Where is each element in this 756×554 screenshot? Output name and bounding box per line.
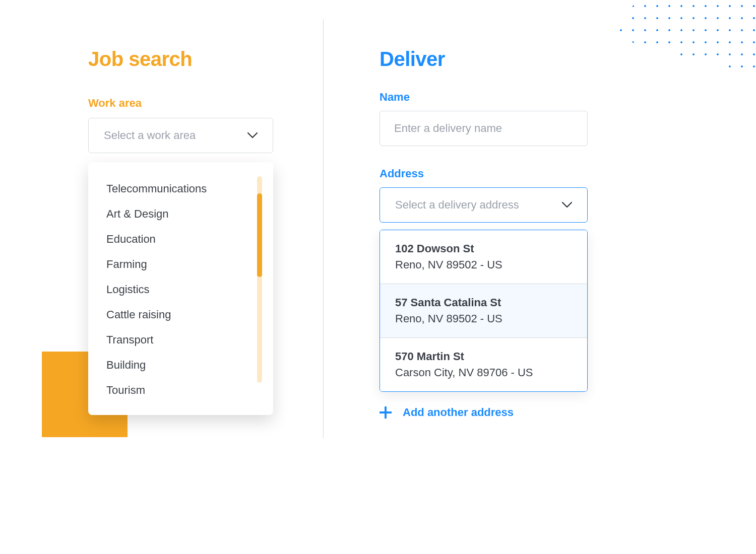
address-option[interactable]: 570 Martin StCarson City, NV 89706 - US bbox=[380, 338, 587, 391]
add-another-address-button[interactable]: Add another address bbox=[380, 406, 675, 419]
work-area-option[interactable]: Art & Design bbox=[106, 201, 255, 227]
work-area-option[interactable]: Transport bbox=[106, 327, 255, 353]
address-line1: 570 Martin St bbox=[395, 350, 572, 363]
address-label: Address bbox=[380, 167, 675, 180]
work-area-select[interactable]: Select a work area bbox=[88, 118, 273, 153]
address-option[interactable]: 102 Dowson StReno, NV 89502 - US bbox=[380, 230, 587, 284]
address-dropdown: 102 Dowson StReno, NV 89502 - US57 Santa… bbox=[380, 230, 588, 392]
delivery-address-placeholder: Select a delivery address bbox=[395, 198, 519, 212]
address-line2: Reno, NV 89502 - US bbox=[395, 312, 572, 325]
work-area-option[interactable]: Telecommunications bbox=[106, 176, 255, 201]
deliver-title: Deliver bbox=[380, 48, 675, 71]
dropdown-scrollbar-track[interactable] bbox=[257, 176, 262, 383]
delivery-name-input[interactable] bbox=[380, 111, 588, 146]
work-area-option[interactable]: Logistics bbox=[106, 277, 255, 302]
deliver-panel: Deliver Name Address Select a delivery a… bbox=[323, 48, 675, 419]
work-area-option[interactable]: Cattle raising bbox=[106, 302, 255, 327]
job-search-panel: Job search Work area Select a work area … bbox=[0, 48, 323, 419]
add-another-address-label: Add another address bbox=[403, 406, 514, 419]
address-option[interactable]: 57 Santa Catalina StReno, NV 89502 - US bbox=[380, 284, 587, 338]
address-line2: Reno, NV 89502 - US bbox=[395, 258, 572, 271]
chevron-down-icon bbox=[247, 132, 258, 138]
address-line2: Carson City, NV 89706 - US bbox=[395, 366, 572, 379]
work-area-option[interactable]: Farming bbox=[106, 252, 255, 277]
work-area-option[interactable]: Building bbox=[106, 353, 255, 378]
chevron-down-icon bbox=[562, 202, 572, 208]
work-area-label: Work area bbox=[88, 97, 323, 110]
work-area-placeholder: Select a work area bbox=[104, 129, 196, 142]
work-area-option[interactable]: Education bbox=[106, 227, 255, 252]
delivery-address-select[interactable]: Select a delivery address bbox=[380, 187, 588, 223]
dropdown-scrollbar-thumb[interactable] bbox=[257, 193, 262, 277]
job-search-title: Job search bbox=[88, 48, 323, 71]
work-area-option[interactable]: Tourism bbox=[106, 378, 255, 403]
work-area-dropdown: TelecommunicationsArt & DesignEducationF… bbox=[88, 162, 273, 415]
address-line1: 57 Santa Catalina St bbox=[395, 296, 572, 309]
name-label: Name bbox=[380, 91, 675, 104]
address-line1: 102 Dowson St bbox=[395, 242, 572, 255]
plus-icon bbox=[380, 406, 392, 419]
